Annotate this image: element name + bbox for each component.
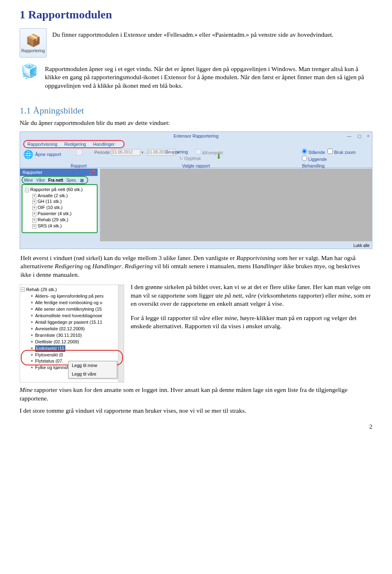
tree-item[interactable]: Flytoversikt (0 (21, 352, 123, 358)
blue-box-icon: 🧊 (20, 62, 39, 80)
right-paragraph-1: I den grønne sirkelen på bildet over, ka… (131, 283, 372, 308)
subtab-spes[interactable]: Spes. (67, 178, 77, 182)
tree-item[interactable]: Alders- og kjønnsfordeling på pers (21, 293, 123, 300)
brukzoom-checkbox[interactable] (327, 149, 333, 154)
screenshot-context-menu: –Rehab (29 stk.) Alders- og kjønnsfordel… (20, 285, 124, 383)
section-intro: Når du åpner rapportmodulen blir du møtt… (20, 119, 372, 127)
date-from-input[interactable] (112, 149, 140, 156)
intro-paragraph-2: Rapportmodulen åpner seg i et eget vindu… (45, 65, 372, 90)
window-title: Extensor Rapportering (20, 133, 372, 139)
open-report-icon: 🌐 (23, 149, 33, 160)
doc-title: 1 Rapportmodulen (20, 7, 372, 22)
tab-redigering[interactable]: Redigering (64, 142, 86, 147)
periode-label: Periode: (94, 149, 111, 156)
open-report-button[interactable]: 🌐 Åpne rapport (23, 149, 61, 160)
tree-item[interactable]: Alle ferdige med rombooking og u (21, 300, 123, 306)
report-subtabs-highlight: Mine Våre Fra nett Spes. ▦ (22, 176, 88, 185)
panel-header: Rapporter (22, 170, 42, 175)
staende-label: Stående (308, 150, 325, 155)
close-icon[interactable]: × (367, 133, 370, 139)
tree-item-selected[interactable]: Epikrisetid (15 (21, 345, 123, 352)
pin-icon[interactable]: 📌 (89, 169, 95, 176)
tree-item[interactable]: Antall liggedøgn pr pasient (15.11 (21, 319, 123, 326)
periode-checkbox[interactable] (65, 149, 94, 156)
lukk-alle-link[interactable]: Lukk alle (354, 243, 370, 248)
oppfrisk-button[interactable]: Oppfrisk (179, 156, 201, 162)
main-grey-area (100, 169, 372, 241)
tree-item[interactable]: Brannliste (30.11.2010) (21, 332, 123, 339)
tree-root-rehab[interactable]: –Rehab (29 stk.) (21, 287, 123, 293)
page-number: 2 (20, 423, 372, 431)
report-tree: –Rapporter på nett (60 stk.) +Ansatte (2… (22, 184, 98, 233)
subtab-extra-icon[interactable]: ▦ (80, 178, 84, 182)
liggende-radio[interactable] (302, 156, 307, 161)
scrollbar[interactable] (118, 285, 124, 382)
paragraph-grey-window: I det store tomme grå vinduet vil rappor… (20, 407, 372, 415)
brukzoom-label: Bruk zoom (334, 150, 356, 155)
intro-paragraph-1: Du finner rapportmodulen i Extensor unde… (52, 31, 372, 39)
down-arrow-icon[interactable]: ⬇ (216, 152, 221, 161)
gruppering-button[interactable]: Gruppering (165, 149, 188, 155)
subtab-mine[interactable]: Mine (24, 178, 33, 182)
paragraph-after-screenshot: Helt øverst i vinduet (rød sirkel) kan d… (20, 254, 372, 279)
staende-radio[interactable] (302, 149, 307, 154)
tree-item[interactable]: +Ansatte (2 stk.) (23, 193, 96, 199)
tab-rapportvisning[interactable]: Rapportvisning (27, 142, 57, 147)
top-tabs-highlight: Rapportvisning Redigering Handlinger (23, 140, 125, 149)
subtab-vare[interactable]: Våre (36, 178, 45, 182)
module-icon-label: Rapportering (21, 48, 45, 53)
tree-item[interactable]: +OIF (10 stk.) (23, 205, 96, 211)
paragraph-mine: Mine rapporter vises kun for den ansatte… (20, 386, 372, 403)
rapportering-module-icon: 📦 Rapportering (20, 28, 47, 58)
tree-item[interactable]: Avreiseliste (02.12.2009) (21, 326, 123, 332)
menu-legg-til-mine[interactable]: Legg til mine (69, 361, 117, 370)
intro-row-2: 🧊 Rapportmodulen åpner seg i et eget vin… (20, 62, 372, 94)
intro-row-1: 📦 Rapportering Du finner rapportmodulen … (20, 28, 372, 58)
tree-item[interactable]: +SRS (4 stk.) (23, 223, 96, 229)
maximize-icon[interactable]: ▢ (357, 133, 361, 139)
tree-item[interactable]: +Pasienter (4 stk.) (23, 211, 96, 217)
subtab-franett[interactable]: Fra nett (48, 178, 63, 182)
tree-item[interactable]: Diettliste (02.12.2009) (21, 339, 123, 345)
tree-item[interactable]: +Rehab (29 stk.) (23, 217, 96, 223)
tree-item[interactable]: +GH (11 stk.) (23, 198, 96, 205)
context-menu: Legg til mine Legg til våre (68, 361, 117, 378)
tree-item[interactable]: Ankomstliste med hoveddiagnose (21, 313, 123, 319)
right-paragraph-2: For å legge til rapporter til våre eller… (131, 314, 372, 331)
liggende-label: Liggende (308, 157, 327, 162)
open-report-label: Åpne rapport (35, 151, 61, 158)
section-heading: 1.1 Åpningsbildet (20, 105, 372, 116)
screenshot-main-window: Extensor Rapportering — ▢ × Rapportvisni… (20, 131, 372, 249)
menu-legg-til-vare[interactable]: Legg til våre (69, 370, 117, 378)
minimize-icon[interactable]: — (347, 133, 352, 139)
tree-root[interactable]: –Rapporter på nett (60 stk.) (23, 187, 96, 193)
tab-handlinger[interactable]: Handlinger (93, 142, 115, 147)
tree-item[interactable]: Alle serier uten romtilknytning (15 (21, 306, 123, 313)
kompakt-checkbox[interactable] (196, 149, 201, 154)
